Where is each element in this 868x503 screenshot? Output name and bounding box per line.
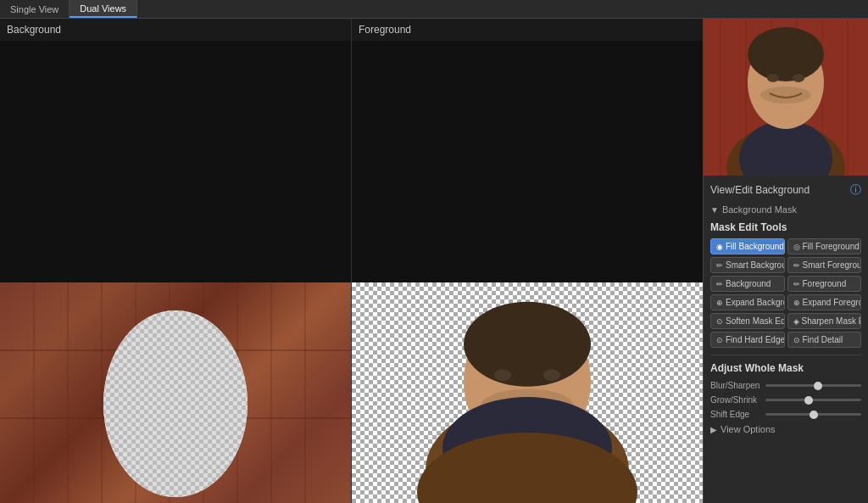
slider-label: Grow/Shrink	[710, 395, 765, 405]
adjust-whole-mask-title: Adjust Whole Mask	[710, 362, 861, 374]
tool-btn-smart-foreground[interactable]: ✏Smart Foreground	[787, 257, 862, 273]
tool-label: Background	[726, 279, 771, 288]
background-label: Background	[0, 19, 351, 41]
sidebar-content: View/Edit Background ⓘ ▼ Background Mask…	[704, 176, 868, 503]
foreground-top-black	[352, 41, 703, 282]
tool-btn-find-hard-edges[interactable]: ⊙Find Hard Edges	[710, 332, 785, 348]
tool-icon: ⊙	[716, 336, 723, 344]
foreground-label: Foreground	[352, 19, 703, 41]
svg-point-42	[793, 74, 804, 82]
tool-icon: ⊙	[716, 317, 723, 326]
view-options-button[interactable]: ▶ View Options	[710, 424, 861, 434]
background-bottom-image	[0, 282, 351, 503]
tool-label: Sharpen Mask Edge	[802, 316, 862, 326]
tool-btn-foreground[interactable]: ✏Foreground	[787, 276, 862, 292]
tab-bar: Single View Dual Views	[0, 0, 868, 19]
tool-icon: ⊙	[793, 336, 800, 344]
slider-row-shift-edge: Shift Edge	[710, 410, 861, 419]
tool-label: Smart Background	[726, 260, 785, 270]
slider-label: Shift Edge	[710, 410, 765, 419]
chevron-down-icon: ▼	[710, 205, 719, 215]
slider-track[interactable]	[765, 399, 861, 401]
dual-view: Background	[0, 19, 703, 503]
foreground-panel: Foreground	[352, 19, 703, 503]
tool-label: Expand Background	[726, 298, 785, 307]
divider	[710, 355, 861, 355]
tool-btn-fill-background[interactable]: ◉Fill Background	[710, 238, 785, 254]
slider-track[interactable]	[765, 413, 861, 416]
tool-label: Smart Foreground	[803, 260, 862, 270]
slider-track[interactable]	[765, 384, 861, 387]
background-content	[0, 41, 351, 503]
info-icon[interactable]: ⓘ	[850, 182, 861, 198]
background-top-black	[0, 41, 351, 282]
tool-label: Find Hard Edges	[726, 335, 785, 344]
tool-btn-smart-background[interactable]: ✏Smart Background	[710, 257, 785, 273]
tool-btn-fill-foreground[interactable]: ◎Fill Foreground	[787, 238, 862, 254]
tool-icon: ✏	[716, 261, 723, 270]
tab-single-view[interactable]: Single View	[0, 0, 70, 18]
tab-dual-views[interactable]: Dual Views	[70, 0, 137, 18]
tool-icon: ⊕	[793, 299, 800, 307]
tool-icon: ⊕	[716, 299, 723, 307]
tool-btn-expand-background[interactable]: ⊕Expand Background	[710, 294, 785, 310]
slider-thumb[interactable]	[804, 396, 813, 405]
svg-point-25	[543, 369, 560, 381]
background-panel: Background	[0, 19, 352, 503]
slider-label: Blur/Sharpen	[710, 381, 765, 390]
tool-btn-find-detail[interactable]: ⊙Find Detail	[787, 332, 862, 348]
chevron-right-icon: ▶	[710, 425, 717, 434]
foreground-checker	[352, 282, 703, 503]
tool-icon: ◈	[793, 317, 799, 326]
tool-icon: ✏	[793, 261, 800, 270]
slider-row-blur-sharpen: Blur/Sharpen	[710, 381, 861, 390]
tools-grid: ◉Fill Background◎Fill Foreground✏Smart B…	[710, 238, 861, 348]
tool-label: Fill Foreground	[803, 242, 860, 251]
tool-icon: ◉	[716, 243, 723, 251]
sidebar-section-title: View/Edit Background ⓘ	[710, 182, 861, 198]
svg-point-24	[494, 369, 511, 381]
svg-point-40	[748, 27, 824, 81]
tool-btn-expand-foreground[interactable]: ⊕Expand Foreground	[787, 294, 862, 310]
tool-btn-soften-mask-edge[interactable]: ⊙Soften Mask Edge	[710, 313, 785, 329]
slider-thumb[interactable]	[814, 382, 822, 390]
foreground-bottom-image	[352, 282, 703, 503]
tool-icon: ✏	[716, 280, 723, 288]
tool-icon: ◎	[793, 243, 800, 251]
sliders-container: Blur/Sharpen Grow/Shrink Shift Edge	[710, 381, 861, 419]
tool-label: Find Detail	[803, 335, 843, 344]
background-mask-label: Background Mask	[722, 204, 797, 215]
svg-point-12	[103, 310, 248, 497]
background-mask-header[interactable]: ▼ Background Mask	[710, 204, 861, 215]
preview-image	[704, 19, 868, 176]
tool-btn-sharpen-mask-edge[interactable]: ◈Sharpen Mask Edge	[787, 313, 862, 329]
foreground-content	[352, 41, 703, 503]
background-fence-image	[0, 282, 351, 503]
svg-point-43	[760, 87, 811, 103]
mask-edit-tools-title: Mask Edit Tools	[710, 221, 861, 233]
svg-point-41	[767, 74, 779, 82]
tool-label: Fill Background	[726, 242, 784, 251]
slider-thumb[interactable]	[810, 411, 818, 419]
tool-label: Foreground	[803, 279, 847, 288]
tool-label: Soften Mask Edge	[726, 316, 785, 326]
right-sidebar: View/Edit Background ⓘ ▼ Background Mask…	[703, 19, 868, 503]
tool-btn-background[interactable]: ✏Background	[710, 276, 785, 292]
view-edit-background-label: View/Edit Background	[710, 184, 810, 196]
slider-row-grow-shrink: Grow/Shrink	[710, 395, 861, 405]
tool-label: Expand Foreground	[803, 298, 862, 307]
main-layout: Background	[0, 19, 868, 503]
svg-point-23	[464, 302, 591, 387]
tool-icon: ✏	[793, 280, 800, 288]
view-options-label: View Options	[721, 424, 776, 434]
